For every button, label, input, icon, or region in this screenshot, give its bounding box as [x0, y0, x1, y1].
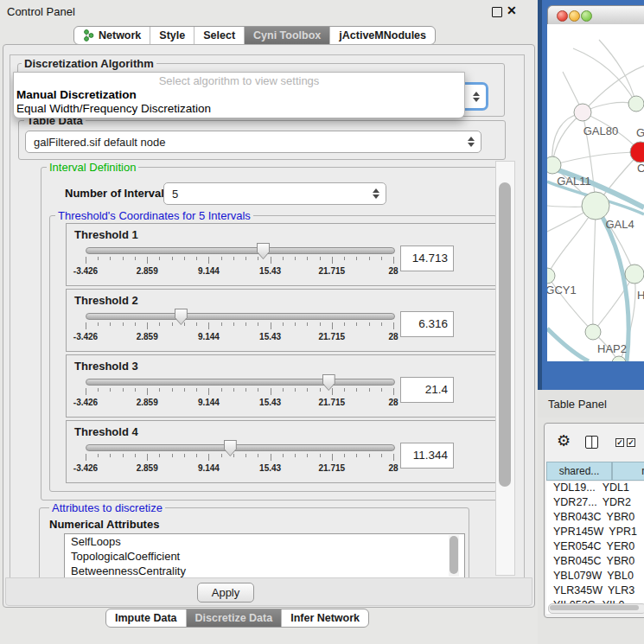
table-cell[interactable]: YDR2	[597, 496, 644, 511]
scrollbar-thumb[interactable]	[499, 182, 511, 487]
dropdown-option[interactable]: Manual Discretization	[16, 88, 137, 101]
table-row[interactable]: YBR045CYBR0	[546, 555, 644, 570]
threshold-value-field[interactable]: 14.713	[400, 245, 454, 271]
network-edge[interactable]	[552, 152, 641, 165]
table-row[interactable]: YPR145WYPR1	[546, 526, 644, 540]
slider-track[interactable]	[86, 247, 395, 254]
checkbox-icon[interactable]: ✓	[627, 438, 635, 447]
table-cell[interactable]: YBR043C	[546, 511, 602, 526]
table-panel-title: Table Panel	[548, 398, 607, 411]
node-table: ⚙ ✓ ✓ shared...na YDL19...YDL1YDR27...YD…	[544, 423, 644, 618]
slider-track[interactable]	[86, 444, 395, 451]
network-canvas[interactable]: GAL80GACGAL11GAL4GCY1HHAP2	[547, 24, 644, 361]
table-cell[interactable]: YPR1	[603, 526, 644, 540]
combo-stepper-icon[interactable]	[468, 137, 475, 147]
table-row[interactable]: YBL079WYBL0	[546, 570, 644, 584]
table-cell[interactable]: YER054C	[546, 540, 602, 555]
table-cell[interactable]: YDL19...	[546, 481, 597, 496]
minimize-traffic-light-icon[interactable]	[569, 10, 580, 22]
network-node[interactable]	[547, 268, 555, 284]
apply-strip: Apply	[5, 577, 532, 606]
network-edge[interactable]	[552, 112, 583, 165]
spinner-stepper-icon[interactable]	[373, 188, 379, 199]
tab-jactivemnodules[interactable]: jActiveMNodules	[329, 27, 435, 44]
table-cell[interactable]: YBR0	[602, 511, 644, 526]
node-label: GAL4	[605, 218, 634, 231]
tab-infer-network[interactable]: Infer Network	[281, 609, 368, 627]
algorithm-dropdown-popup: Select algorithm to view settingsManual …	[13, 72, 465, 118]
tab-cyni-toolbox[interactable]: Cyni Toolbox	[244, 27, 329, 44]
scrollbar-thumb[interactable]	[450, 536, 458, 574]
threshold-value-field[interactable]: 11.344	[400, 443, 454, 469]
table-cell[interactable]: YBL079W	[546, 570, 602, 584]
table-horizontal-scrollbar[interactable]	[548, 603, 644, 614]
attribute-item[interactable]: BetweennessCentrality	[65, 564, 464, 578]
slider-track[interactable]	[86, 313, 395, 320]
tab-style[interactable]: Style	[150, 27, 194, 44]
threshold-panel-3: Threshold 3-3.4262.8599.14415.4321.71528…	[66, 354, 500, 418]
table-cell[interactable]: YLR345W	[546, 584, 603, 599]
table-panel-titlebar: Table Panel	[538, 390, 644, 418]
slider-scale: -3.4262.8599.14415.4321.71528	[86, 332, 393, 342]
table-cell[interactable]: YER0	[602, 540, 644, 555]
numerical-attributes-list[interactable]: SelfLoopsTopologicalCoefficientBetweenne…	[64, 533, 465, 578]
network-thick-edge[interactable]	[547, 328, 589, 361]
gear-icon[interactable]: ⚙	[557, 433, 571, 449]
attribute-item[interactable]: TopologicalCoefficient	[65, 549, 464, 564]
threshold-value-field[interactable]: 21.4	[400, 377, 454, 403]
threshold-panel-1: Threshold 1-3.4262.8599.14415.4321.71528…	[66, 223, 500, 286]
combo-stepper-icon	[473, 92, 480, 102]
zoom-traffic-light-icon[interactable]	[581, 10, 592, 22]
network-node[interactable]	[630, 142, 644, 163]
slider-track[interactable]	[86, 379, 395, 386]
float-window-icon[interactable]	[492, 7, 502, 17]
split-columns-icon[interactable]	[585, 436, 598, 449]
close-icon[interactable]: ✕	[507, 3, 517, 17]
table-row[interactable]: YLR345WYLR3	[546, 584, 644, 599]
table-row[interactable]: YER054CYER0	[546, 540, 644, 555]
settings-vertical-scrollbar[interactable]	[495, 161, 515, 576]
network-window-titlebar[interactable]	[547, 5, 644, 26]
table-row[interactable]: YBR043CYBR0	[546, 511, 644, 526]
network-node[interactable]	[585, 324, 601, 340]
tab-discretize-data[interactable]: Discretize Data	[186, 609, 282, 627]
column-header-2[interactable]: na	[612, 462, 644, 481]
table-cell[interactable]: YDR27...	[546, 496, 597, 511]
attributes-list-scrollbar[interactable]	[449, 535, 459, 577]
table-row[interactable]: YDR27...YDR2	[546, 496, 644, 511]
attribute-item[interactable]: SelfLoops	[65, 534, 464, 549]
node-label: GAL11	[557, 175, 591, 188]
apply-button[interactable]: Apply	[197, 583, 254, 603]
column-header-1[interactable]: shared...	[546, 462, 612, 481]
top-tab-bar: NetworkStyleSelectCyni ToolboxjActiveMNo…	[73, 26, 436, 45]
table-cell[interactable]: YBR045C	[546, 555, 602, 570]
interval-group-title: Interval Definition	[47, 161, 138, 174]
checkbox-icon[interactable]: ✓	[615, 438, 624, 447]
threshold-panel-2: Threshold 2-3.4262.8599.14415.4321.71528…	[66, 289, 500, 352]
table-cell[interactable]: YPR145W	[546, 526, 603, 540]
scrollbar-thumb[interactable]	[550, 605, 639, 610]
table-cell[interactable]: YLR3	[603, 584, 644, 599]
threshold-value-field[interactable]: 6.316	[400, 311, 454, 337]
network-edge[interactable]	[593, 206, 596, 332]
table-data-combobox[interactable]: galFiltered.sif default node	[25, 131, 481, 153]
network-node[interactable]	[612, 356, 626, 361]
tab-select[interactable]: Select	[194, 27, 244, 44]
tab-impute-data[interactable]: Impute Data	[106, 609, 186, 627]
close-traffic-light-icon[interactable]	[557, 10, 568, 22]
number-of-intervals-spinner[interactable]: 5	[163, 182, 386, 205]
network-node[interactable]	[625, 265, 644, 284]
network-node[interactable]	[547, 156, 561, 174]
node-label: C	[637, 162, 644, 175]
dropdown-option[interactable]: Equal Width/Frequency Discretization	[16, 102, 211, 115]
tab-network[interactable]: Network	[74, 27, 150, 44]
table-row[interactable]: YDL19...YDL1	[546, 481, 644, 496]
table-cell[interactable]: YBL0	[602, 570, 644, 584]
network-graph[interactable]: GAL80GACGAL11GAL4GCY1HHAP2	[547, 24, 644, 361]
table-cell[interactable]: YDL1	[597, 481, 644, 496]
network-node[interactable]	[582, 192, 609, 220]
network-edge[interactable]	[573, 48, 636, 104]
network-node[interactable]	[574, 104, 591, 121]
network-node[interactable]	[628, 96, 644, 112]
table-cell[interactable]: YBR0	[602, 555, 644, 570]
